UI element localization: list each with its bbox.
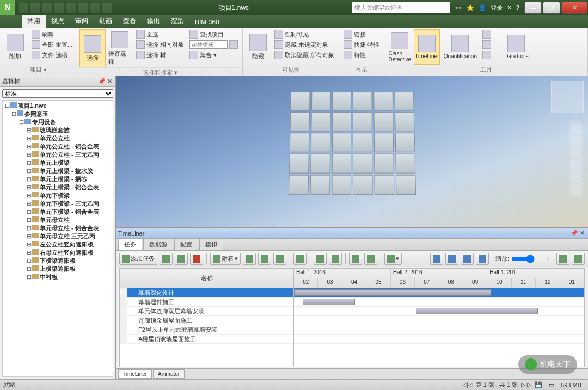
view-mode-1[interactable] xyxy=(430,253,443,265)
tab-datasources[interactable]: 数据源 xyxy=(143,238,173,250)
app-logo[interactable]: N xyxy=(0,0,15,15)
tab-common[interactable]: 常用 xyxy=(22,15,46,28)
tree-item[interactable]: ⊞左公立柱竖向遮阳板 xyxy=(4,240,112,249)
gantt-bar[interactable] xyxy=(303,299,355,305)
clash-detective-button[interactable]: Clash Detective xyxy=(387,29,413,65)
tree-item[interactable]: ⊞下横梁遮阳板 xyxy=(4,257,112,265)
tree-item[interactable]: ⊞单元公立柱 - 铝合金表 xyxy=(4,143,112,151)
quick-find-input[interactable] xyxy=(187,40,240,49)
pin-icon[interactable]: 📌 xyxy=(571,230,578,237)
gantt-row[interactable] xyxy=(294,288,584,298)
tab-simulate[interactable]: 模拟 xyxy=(199,238,223,250)
steering-wheel-icon[interactable] xyxy=(571,124,581,135)
view-cube[interactable] xyxy=(551,81,584,113)
export-2[interactable] xyxy=(572,253,585,265)
tl-tool-3[interactable] xyxy=(273,253,286,265)
gantt-chart[interactable]: Half 1, 2016Half 2, 2016Half 1, 201 0203… xyxy=(294,269,584,367)
qat-print-icon[interactable] xyxy=(54,3,64,13)
qat-redo-icon[interactable] xyxy=(90,3,100,13)
binoculars-icon[interactable]: 👓 xyxy=(455,4,462,11)
unhide-all-button[interactable]: 取消隐藏 所有对象 xyxy=(272,50,336,60)
qat-new-icon[interactable] xyxy=(19,3,28,13)
row-handle[interactable] xyxy=(120,316,127,325)
tree-item[interactable]: ⊞单元母立柱 三元乙丙 xyxy=(4,232,112,240)
close-panel-icon[interactable]: ✕ xyxy=(106,78,113,85)
properties-button[interactable]: 特性 xyxy=(341,50,382,60)
minimize-button[interactable]: — xyxy=(524,2,542,14)
tree-item[interactable]: ⊞单元上横梁 - 铝合金表 xyxy=(4,183,112,191)
quantification-button[interactable]: Quantification xyxy=(441,29,479,65)
qat-undo-icon[interactable] xyxy=(78,3,88,13)
tree-item[interactable]: ⊞单元上横梁 - 插芯 xyxy=(4,175,112,183)
move-down-button[interactable] xyxy=(314,253,327,265)
timeliner-button[interactable]: TimeLiner xyxy=(414,29,440,65)
auto-add-button[interactable] xyxy=(175,253,188,265)
help-icon[interactable]: ? xyxy=(516,4,519,11)
move-up-button[interactable] xyxy=(329,253,342,265)
tool-grid-3[interactable] xyxy=(480,50,502,60)
select-all-button[interactable]: 全选 xyxy=(134,29,186,39)
gantt-bar[interactable] xyxy=(294,289,491,296)
help-search-input[interactable]: 键入关键字或短语 xyxy=(352,2,450,13)
tool-grid-1[interactable] xyxy=(480,29,502,39)
selection-tree-button[interactable]: 选择 树 xyxy=(134,50,186,60)
tab-bim360[interactable]: BIM 360 xyxy=(189,16,225,28)
gantt-row[interactable] xyxy=(294,325,584,335)
tree-item[interactable]: ⊞单元上横梁 xyxy=(4,159,112,167)
zoom-icon[interactable] xyxy=(571,148,581,159)
links-button[interactable]: 链接 xyxy=(341,29,382,39)
task-row[interactable]: F2层以上单元式玻璃幕墙安装 xyxy=(120,325,293,335)
nav-prev2-icon[interactable]: ◁ xyxy=(468,381,473,388)
indent-button[interactable] xyxy=(349,253,362,265)
gantt-bar[interactable] xyxy=(416,308,538,314)
tl-tool-1[interactable] xyxy=(243,253,256,265)
btab-timeliner[interactable]: TimeLiner xyxy=(118,369,152,379)
append-button[interactable]: 附加 xyxy=(2,29,28,65)
zoom-slider[interactable] xyxy=(511,255,549,263)
task-row[interactable]: 单元体连廊双层幕墙安装 xyxy=(120,307,293,316)
orbit-icon[interactable] xyxy=(571,160,581,171)
attach-button[interactable]: 附着▾ xyxy=(210,253,241,265)
tree-item[interactable]: ⊞单元下横梁 - 三元乙丙 xyxy=(4,200,112,208)
task-row[interactable]: A楼屋顶玻璃屋面施工 xyxy=(120,335,293,344)
pan-icon[interactable] xyxy=(571,136,581,147)
tab-view[interactable]: 查看 xyxy=(118,15,142,28)
tl-tool-4[interactable] xyxy=(293,253,307,265)
view-mode-4[interactable] xyxy=(476,253,489,265)
hide-unselected-button[interactable]: 隐藏 未选定对象 xyxy=(272,40,336,49)
qat-open-icon[interactable] xyxy=(30,3,40,13)
row-handle[interactable] xyxy=(120,307,127,315)
tree-item[interactable]: ⊞右母立柱竖向遮阳板 xyxy=(4,249,112,257)
pin-icon[interactable]: 📌 xyxy=(98,78,106,85)
login-link[interactable]: 登录 xyxy=(491,4,503,12)
tab-tasks[interactable]: 任务 xyxy=(118,238,142,250)
search-icon[interactable] xyxy=(229,40,238,49)
find-items-button[interactable]: 查找项目 xyxy=(187,29,240,39)
walk-icon[interactable] xyxy=(571,184,581,195)
3d-viewport[interactable] xyxy=(116,76,588,227)
tree-item[interactable]: ⊞玻璃嵌套族 xyxy=(4,126,112,134)
gantt-row[interactable] xyxy=(294,298,584,307)
task-row[interactable]: ▶幕墙深化设计 xyxy=(120,288,293,298)
save-selection-button[interactable]: 保存选择 xyxy=(107,29,133,67)
tree-item[interactable]: ⊞单元公立柱 - 三元乙丙 xyxy=(4,151,112,159)
reset-all-button[interactable]: 全部 重置... xyxy=(29,40,75,49)
nav-prev-icon[interactable]: ◁| xyxy=(462,381,468,388)
columns-button[interactable]: ▾ xyxy=(384,253,402,265)
tl-tool-2[interactable] xyxy=(258,253,271,265)
nav-next-icon[interactable]: ▷ xyxy=(521,381,525,388)
exchange-icon[interactable]: ✕ xyxy=(507,4,512,11)
close-button[interactable]: ✕ xyxy=(561,2,587,14)
tab-output[interactable]: 输出 xyxy=(142,15,166,28)
gantt-row[interactable] xyxy=(294,316,584,325)
task-row[interactable]: 幕墙埋件施工 xyxy=(120,298,293,307)
selection-tree[interactable]: ⊟项目1.nwc ⊟参照意玉 ⊟专用设备 ⊞玻璃嵌套族⊞单元公立柱⊞单元公立柱 … xyxy=(2,100,113,377)
tab-review[interactable]: 审阅 xyxy=(70,15,94,28)
view-mode-3[interactable] xyxy=(461,253,474,265)
tab-configure[interactable]: 配置 xyxy=(174,238,198,250)
datatools-button[interactable]: DataTools xyxy=(503,29,529,65)
quick-props-button[interactable]: 快捷 特性 xyxy=(341,40,382,49)
select-button[interactable]: 选择 xyxy=(79,29,106,67)
tree-item[interactable]: ⊞单元母立柱 - 铝合金表 xyxy=(4,224,112,232)
tree-mode-select[interactable]: 标准 xyxy=(2,89,113,98)
